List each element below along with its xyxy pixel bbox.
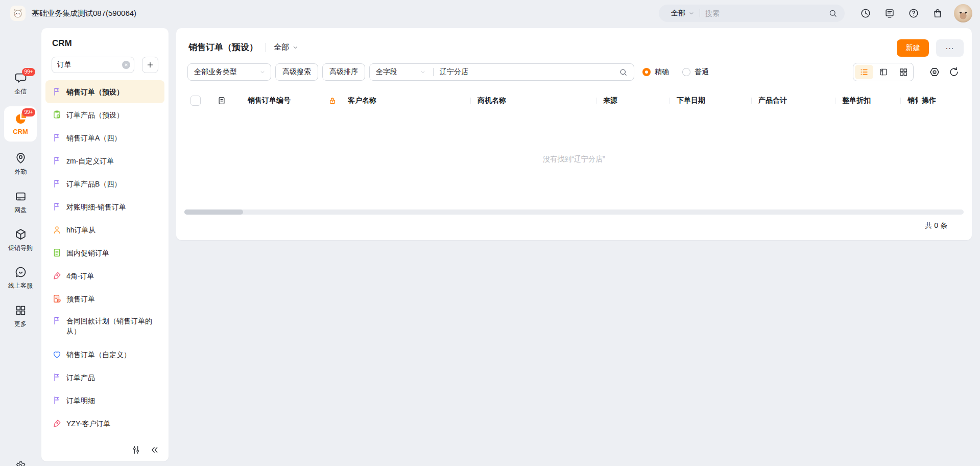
global-search-input[interactable] [705, 9, 828, 17]
scrollbar-thumb[interactable] [184, 209, 243, 215]
column-header-product-total[interactable]: 产品合计 [758, 91, 787, 110]
sidebar-item-domestic-promo-order[interactable]: 国内促销订单 [45, 241, 164, 264]
search-icon[interactable] [828, 9, 838, 18]
flag-icon [52, 156, 62, 166]
rail-item-more[interactable]: 更多 [0, 304, 41, 329]
list-view-button[interactable] [855, 65, 873, 79]
table-header: 销售订单编号 客户名称 商机名称 来源 下单日期 产品合计 整单折扣 销售 操作 [176, 91, 972, 110]
unread-badge: 99+ [22, 68, 36, 76]
user-avatar[interactable] [954, 4, 972, 22]
column-header-actions[interactable]: 操作 [922, 91, 936, 110]
empty-state-text: 没有找到“辽宁分店” [176, 155, 972, 164]
flag-icon [52, 316, 62, 325]
card-view-button[interactable] [893, 63, 913, 81]
column-header-order-date[interactable]: 下单日期 [677, 91, 705, 110]
chevron-down-icon [292, 44, 299, 51]
unread-badge: 99+ [22, 108, 36, 116]
sidebar-item-sales-order-custom[interactable]: 销售订单（自定义） [45, 343, 164, 366]
sidebar-item-order-detail[interactable]: 订单明细 [45, 389, 164, 412]
app-window: 基础业务集成测试087(590064) 全部 [0, 0, 980, 466]
column-header-discount[interactable]: 整单折扣 [842, 91, 871, 110]
rail-item-online-service[interactable]: 线上客服 [0, 266, 41, 290]
chevron-down-icon [688, 10, 695, 16]
board-view-button[interactable] [873, 63, 893, 81]
flag-icon [52, 395, 62, 405]
sidebar-item-order-product-preset[interactable]: 订单产品（预设） [45, 103, 164, 126]
document-clock-icon [52, 294, 62, 304]
sidebar-settings-icon[interactable] [131, 445, 141, 455]
message-board-icon[interactable] [884, 8, 895, 19]
clear-icon[interactable] [122, 61, 130, 69]
column-header-order-no[interactable]: 销售订单编号 [248, 91, 291, 110]
person-icon [52, 225, 62, 235]
add-object-button[interactable] [142, 57, 158, 73]
sidebar-item-contract-payment-plan[interactable]: 合同回款计划（销售订单的从） [45, 310, 164, 343]
select-all-checkbox[interactable] [190, 96, 201, 106]
field-scope-select[interactable]: 全字段 [376, 67, 426, 77]
view-switcher [853, 63, 914, 81]
radio-unselected-icon [682, 68, 690, 76]
sidebar-item-presale-order[interactable]: 预售订单 [45, 287, 164, 310]
clipboard-gear-icon [52, 110, 62, 120]
column-header-opportunity[interactable]: 商机名称 [477, 91, 506, 110]
keyword-search-input[interactable] [440, 68, 619, 76]
top-bar: 基础业务集成测试087(590064) 全部 [0, 0, 980, 27]
rail-item-netdisk[interactable]: 网盘 [0, 190, 41, 215]
field-search-combo: 全字段 [369, 63, 634, 81]
document-icon [52, 248, 62, 258]
new-record-button[interactable]: 新建 [897, 39, 929, 57]
app-rail: 99+ 企信 99+ CRM 外勤 网盘 [0, 27, 41, 466]
shopping-bag-icon[interactable] [932, 8, 943, 19]
app-logo-icon[interactable] [10, 6, 26, 21]
collapse-sidebar-icon[interactable] [150, 445, 159, 455]
crm-sidebar: CRM 销售订单（预设） 订单产品（预设） [41, 28, 169, 461]
chat-bubble-icon: 99+ [14, 72, 27, 84]
rail-item-qixin[interactable]: 99+ 企信 [0, 72, 41, 96]
map-pin-icon [14, 152, 27, 165]
object-list: 销售订单（预设） 订单产品（预设） 销售订单A（四） zm-自定义订单 订单产品… [45, 80, 164, 435]
summary-doc-icon[interactable] [217, 96, 226, 105]
display-settings-icon[interactable] [929, 66, 940, 78]
radio-exact[interactable]: 精确 [642, 67, 669, 77]
sidebar-item-zm-custom-order[interactable]: zm-自定义订单 [45, 149, 164, 172]
divider [433, 68, 434, 76]
advanced-search-button[interactable]: 高级搜索 [275, 63, 318, 81]
sidebar-item-4jiao-order[interactable]: 4角-订单 [45, 264, 164, 287]
more-actions-button[interactable]: ··· [936, 39, 964, 57]
search-icon[interactable] [619, 68, 628, 77]
settings-gear-icon[interactable] [15, 460, 26, 466]
rail-item-crm[interactable]: 99+ CRM [4, 106, 37, 142]
drive-icon [14, 190, 27, 203]
chat-smile-icon [14, 266, 27, 278]
flag-icon [52, 87, 62, 97]
refresh-icon[interactable] [948, 66, 960, 78]
global-search[interactable]: 全部 [659, 5, 845, 22]
grid-icon [14, 304, 27, 317]
help-icon[interactable] [908, 8, 919, 19]
search-scope-select[interactable]: 全部 [671, 9, 685, 18]
chevron-down-icon [259, 69, 266, 75]
app-title: 基础业务集成测试087(590064) [32, 0, 136, 27]
history-icon[interactable] [860, 8, 871, 19]
sidebar-item-reconciliation-detail[interactable]: 对账明细-销售订单 [45, 195, 164, 218]
horizontal-scrollbar[interactable] [184, 209, 964, 215]
view-scope-select[interactable]: 全部 [274, 42, 299, 52]
business-type-select[interactable]: 全部业务类型 [187, 63, 271, 81]
lock-icon [328, 97, 337, 105]
column-header-source[interactable]: 来源 [603, 91, 617, 110]
column-header-customer[interactable]: 客户名称 [348, 91, 376, 110]
rail-item-fieldwork[interactable]: 外勤 [0, 152, 41, 176]
sidebar-item-sales-order-a[interactable]: 销售订单A（四） [45, 126, 164, 149]
crm-pie-icon: 99+ [14, 112, 27, 125]
rail-item-promotion[interactable]: 促销导购 [0, 228, 41, 252]
column-header-truncated[interactable]: 销售 [907, 91, 918, 110]
sidebar-item-yzy-customer-order[interactable]: YZY-客户订单 [45, 412, 164, 435]
sidebar-item-hh-order[interactable]: hh订单从 [45, 218, 164, 241]
sidebar-item-order-product-b[interactable]: 订单产品B（四） [45, 172, 164, 195]
sidebar-item-sales-order-preset[interactable]: 销售订单（预设） [45, 80, 164, 103]
record-count: 共 0 条 [925, 221, 947, 230]
radio-normal[interactable]: 普通 [682, 67, 709, 77]
advanced-sort-button[interactable]: 高级排序 [322, 63, 365, 81]
sidebar-item-order-product[interactable]: 订单产品 [45, 366, 164, 389]
flag-icon [52, 372, 62, 382]
